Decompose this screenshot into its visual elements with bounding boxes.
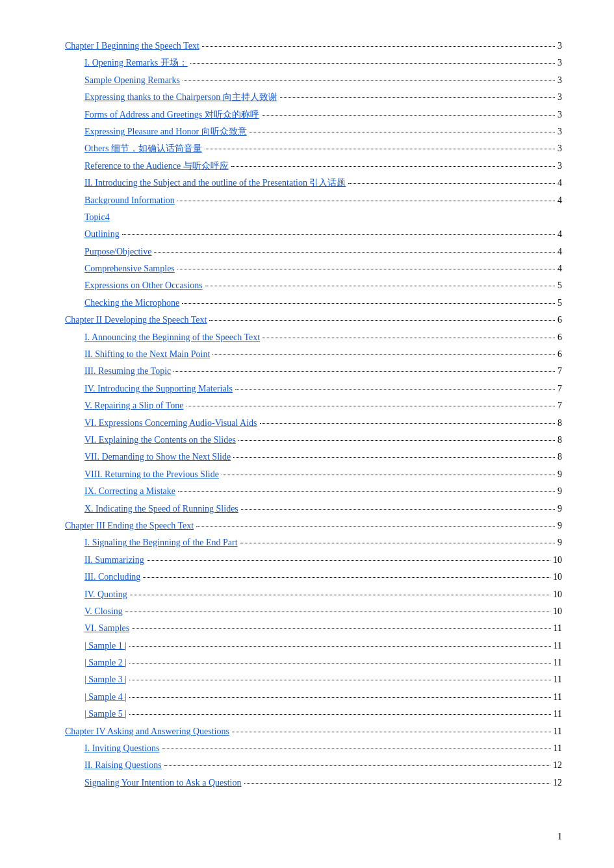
toc-link[interactable]: Checking the Microphone [84,296,179,310]
toc-page: 6 [557,330,562,345]
toc-page: 3 [557,142,562,156]
toc-link[interactable]: III. Concluding [84,570,140,584]
toc-page: 6 [557,313,562,327]
toc-entry: II. Summarizing10 [65,553,562,567]
toc-page: 8 [557,416,562,430]
toc-link[interactable]: Comprehensive Samples [84,262,175,276]
toc-entry: Background Information4 [65,193,562,208]
toc-link[interactable]: Forms of Address and Greetings 对听众的称呼 [84,108,259,122]
toc-page: 4 [557,176,562,190]
toc-link[interactable]: Chapter III Ending the Speech Text [65,519,194,533]
toc-page: 11 [554,725,562,739]
toc-entry: | Sample 4 |11 [65,690,562,704]
toc-link[interactable]: I. Inviting Questions [84,741,160,756]
toc-entry: III. Resuming the Topic7 [65,364,562,378]
toc-link[interactable]: VIII. Returning to the Previous Slide [84,467,219,482]
toc-entry: X. Indicating the Speed of Running Slide… [65,502,562,516]
toc-link[interactable]: VII. Demanding to Show the Next Slide [84,450,231,464]
toc-link[interactable]: II. Raising Questions [84,758,162,773]
toc-link[interactable]: Chapter I Beginning the Speech Text [65,39,199,53]
toc-link[interactable]: Chapter IV Asking and Answering Question… [65,725,229,739]
toc-link[interactable]: VI. Expressions Concerning Audio-Visual … [84,416,257,430]
toc-entry: V. Closing10 [65,604,562,619]
toc-page: 5 [557,296,562,310]
toc-page: 3 [557,73,562,88]
toc-page: 3 [557,108,562,122]
toc-entry: Signaling Your Intention to Ask a Questi… [65,776,562,790]
toc-page: 10 [553,604,562,619]
toc-link[interactable]: | Sample 5 | [84,707,127,721]
toc-entry: Topic4 [65,210,562,225]
toc-page: 12 [553,776,562,790]
toc-entry: Forms of Address and Greetings 对听众的称呼3 [65,108,562,122]
toc-page: 9 [557,502,562,516]
toc-link[interactable]: III. Resuming the Topic [84,364,171,378]
toc-link[interactable]: II. Summarizing [84,553,144,567]
toc-page: 8 [557,433,562,447]
toc-page: 3 [557,39,562,53]
toc-entry: VI. Explaining the Contents on the Slide… [65,433,562,447]
toc-link[interactable]: VI. Samples [84,621,129,636]
toc-link[interactable]: | Sample 4 | [84,690,127,704]
toc-link[interactable]: Reference to the Audience 与听众呼应 [84,159,229,173]
toc-link[interactable]: | Sample 2 | [84,656,127,670]
toc-link[interactable]: II. Shifting to the Next Main Point [84,347,210,362]
toc-entry: VI. Samples11 [65,621,562,636]
toc-link[interactable]: Chapter II Developing the Speech Text [65,313,207,327]
toc-entry: IV. Introducing the Supporting Materials… [65,382,562,396]
toc-link[interactable]: Expressions on Other Occasions [84,279,203,293]
toc-link[interactable]: V. Repairing a Slip of Tone [84,399,184,413]
toc-entry: Expressing thanks to the Chairperson 向主持… [65,90,562,105]
toc-link[interactable]: IV. Introducing the Supporting Materials [84,382,233,396]
toc-link[interactable]: V. Closing [84,604,123,619]
toc-page: 9 [557,519,562,533]
toc-link[interactable]: Sample Opening Remarks [84,73,180,88]
toc-entry: IX. Correcting a Mistake9 [65,484,562,499]
toc-entry: | Sample 2 |11 [65,656,562,670]
toc-link[interactable]: | Sample 3 | [84,673,127,687]
toc-link[interactable]: II. Introducing the Subject and the outl… [84,176,346,190]
toc-link[interactable]: Others 细节，如确认话筒音量 [84,142,202,156]
toc-entry: Expressing Pleasure and Honor 向听众致意3 [65,125,562,139]
toc-page: 11 [554,639,562,653]
toc-link[interactable]: IV. Quoting [84,588,127,602]
toc-entry: I. Announcing the Beginning of the Speec… [65,330,562,345]
toc-link[interactable]: IX. Correcting a Mistake [84,484,175,499]
toc-link[interactable]: Signaling Your Intention to Ask a Questi… [84,776,242,790]
toc-link[interactable]: VI. Explaining the Contents on the Slide… [84,433,236,447]
table-of-contents: Chapter I Beginning the Speech Text3I. O… [65,39,562,790]
toc-link[interactable]: Expressing thanks to the Chairperson 向主持… [84,90,277,105]
toc-page: 8 [557,450,562,464]
toc-link[interactable]: Purpose/Objective [84,245,151,259]
toc-page: 4 [557,245,562,259]
toc-link[interactable]: Outlining [84,227,120,242]
toc-link[interactable]: I. Announcing the Beginning of the Speec… [84,330,260,345]
toc-link[interactable]: X. Indicating the Speed of Running Slide… [84,502,238,516]
toc-entry: Outlining4 [65,227,562,242]
toc-page: 3 [557,159,562,173]
toc-entry: | Sample 3 |11 [65,673,562,687]
toc-entry: Chapter I Beginning the Speech Text3 [65,39,562,53]
toc-entry: VIII. Returning to the Previous Slide9 [65,467,562,482]
toc-entry: II. Raising Questions12 [65,758,562,773]
toc-link[interactable]: | Sample 1 | [84,639,127,653]
toc-link[interactable]: Topic4 [84,210,110,225]
toc-page: 3 [557,90,562,105]
toc-link[interactable]: I. Signaling the Beginning of the End Pa… [84,536,238,550]
toc-link[interactable]: I. Opening Remarks 开场： [84,56,188,70]
toc-entry: I. Opening Remarks 开场：3 [65,56,562,70]
page-number: 1 [557,832,562,842]
toc-entry: | Sample 1 |11 [65,639,562,653]
toc-entry: | Sample 5 |11 [65,707,562,721]
toc-entry: Reference to the Audience 与听众呼应3 [65,159,562,173]
toc-page: 11 [554,656,562,670]
toc-page: 11 [554,673,562,687]
toc-page: 11 [554,690,562,704]
toc-entry: Chapter II Developing the Speech Text6 [65,313,562,327]
toc-link[interactable]: Expressing Pleasure and Honor 向听众致意 [84,125,247,139]
toc-link[interactable]: Background Information [84,193,175,208]
toc-entry: II. Shifting to the Next Main Point6 [65,347,562,362]
toc-page: 7 [557,399,562,413]
toc-entry: Chapter IV Asking and Answering Question… [65,725,562,739]
toc-page: 3 [557,56,562,70]
